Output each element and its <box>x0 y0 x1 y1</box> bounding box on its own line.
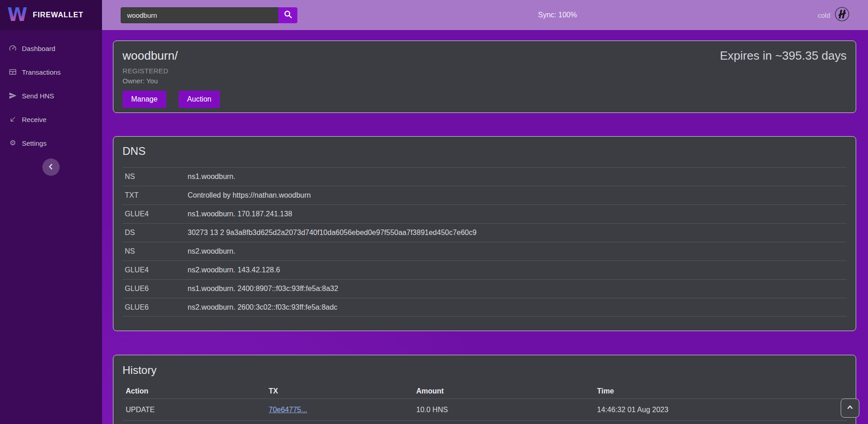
gear-icon: ⚙ <box>9 139 17 147</box>
auction-button[interactable]: Auction <box>179 91 220 108</box>
dns-record-row: TXT Controlled by https://nathan.woodbur… <box>123 186 847 204</box>
sidebar-item-label: Transactions <box>22 68 61 76</box>
dns-record-row: GLUE6 ns1.woodburn. 2400:8907::f03c:93ff… <box>123 279 847 298</box>
dns-record-value: ns2.woodburn. 2600:3c02::f03c:93ff:fe5a:… <box>188 303 847 312</box>
dns-record-value: ns1.woodburn. 2400:8907::f03c:93ff:fe5a:… <box>188 285 847 293</box>
sidebar: W FIREWALLET Dashboard <box>0 0 102 424</box>
history-table: Action TX Amount Time UPDATE 70e64775...… <box>123 384 847 424</box>
wallet-selector[interactable]: cold <box>817 6 850 24</box>
page-content: woodburn/ REGISTERED Owner: You Manage A… <box>102 30 868 424</box>
status-badge: REGISTERED <box>123 67 220 75</box>
sidebar-collapse-button[interactable] <box>42 158 60 176</box>
search-input[interactable] <box>121 7 278 23</box>
dns-record-row: NS ns1.woodburn. <box>123 167 847 186</box>
column-header-amount: Amount <box>413 387 594 395</box>
history-card: History Action TX Amount Time UPDATE 70e… <box>113 355 856 424</box>
sidebar-nav: Dashboard Transactions S <box>0 30 102 161</box>
dns-section-title: DNS <box>123 145 847 158</box>
history-row: UPDATE 70e64775... 10.0 HNS 14:46:32 01 … <box>123 399 847 421</box>
domain-summary-left: woodburn/ REGISTERED Owner: You Manage A… <box>123 49 220 105</box>
main-column: Sync: 100% cold woodburn/ <box>102 0 868 424</box>
page-title: woodburn/ <box>123 49 220 63</box>
history-action: UPDATE <box>123 406 266 414</box>
column-header-action: Action <box>123 387 266 395</box>
scroll-to-top-button[interactable] <box>841 398 859 418</box>
dns-record-type: GLUE4 <box>123 210 188 218</box>
sidebar-item-label: Send HNS <box>22 92 54 100</box>
sidebar-item-label: Settings <box>22 139 46 147</box>
column-header-tx: TX <box>266 387 413 395</box>
domain-summary-card: woodburn/ REGISTERED Owner: You Manage A… <box>113 41 856 113</box>
dns-record-value: ns1.woodburn. 170.187.241.138 <box>188 210 847 218</box>
handshake-logo-icon <box>834 6 850 24</box>
dns-record-row: NS ns2.woodburn. <box>123 242 847 261</box>
brand-name: FIREWALLET <box>33 11 83 19</box>
sidebar-item-send-hns[interactable]: Send HNS <box>0 90 102 101</box>
dns-record-type: GLUE4 <box>123 266 188 274</box>
history-section-title: History <box>123 364 847 377</box>
history-time: 14:46:32 01 Aug 2023 <box>594 406 847 414</box>
receive-arrow-icon <box>9 115 17 123</box>
dns-record-value: 30273 13 2 9a3a8fb3d625d2a2073d740f10da6… <box>188 229 847 237</box>
dns-card: DNS NS ns1.woodburn. TXT Controlled by h… <box>113 136 856 331</box>
history-amount: 10.0 HNS <box>413 406 594 414</box>
dns-record-value: ns2.woodburn. <box>188 247 847 255</box>
owner-label: Owner: You <box>123 77 220 85</box>
dns-record-value: Controlled by https://nathan.woodburn <box>188 191 847 199</box>
history-header-row: Action TX Amount Time <box>123 384 847 399</box>
sidebar-item-receive[interactable]: Receive <box>0 114 102 125</box>
firewallet-logo-icon: W <box>7 5 28 26</box>
expires-label: Expires in ~395.35 days <box>720 49 847 105</box>
sidebar-item-transactions[interactable]: Transactions <box>0 66 102 77</box>
search-button[interactable] <box>278 7 297 23</box>
dns-record-type: NS <box>123 247 188 255</box>
history-row: RENEW d79e3c4... 10.0 HNS 15:47:36 07 Fe… <box>123 421 847 424</box>
svg-text:W: W <box>7 5 27 24</box>
send-icon <box>9 92 17 100</box>
wallet-name: cold <box>817 11 830 19</box>
dns-record-row: DS 30273 13 2 9a3a8fb3d625d2a2073d740f10… <box>123 223 847 242</box>
transactions-table-icon <box>9 68 17 76</box>
dns-record-type: DS <box>123 229 188 237</box>
search-icon <box>284 10 292 20</box>
column-header-time: Time <box>594 387 847 395</box>
chevron-left-icon <box>47 163 55 172</box>
dns-record-type: GLUE6 <box>123 285 188 293</box>
chevron-up-icon <box>847 404 853 412</box>
app-window: W FIREWALLET Dashboard <box>0 0 868 424</box>
sidebar-item-settings[interactable]: ⚙ Settings <box>0 138 102 148</box>
dns-record-row: GLUE4 ns1.woodburn. 170.187.241.138 <box>123 204 847 223</box>
sidebar-item-dashboard[interactable]: Dashboard <box>0 43 102 54</box>
dns-record-value: ns1.woodburn. <box>188 173 847 181</box>
dns-record-value: ns2.woodburn. 143.42.128.6 <box>188 266 847 274</box>
dns-record-type: NS <box>123 173 188 181</box>
topbar: Sync: 100% cold <box>102 0 868 30</box>
dns-record-type: TXT <box>123 191 188 199</box>
domain-actions: Manage Auction <box>123 91 220 108</box>
dns-record-row: GLUE6 ns2.woodburn. 2600:3c02::f03c:93ff… <box>123 298 847 317</box>
sync-status: Sync: 100% <box>538 11 577 19</box>
search-group <box>121 7 297 23</box>
dashboard-icon <box>9 44 17 52</box>
dns-record-type: GLUE6 <box>123 303 188 312</box>
dns-table: NS ns1.woodburn. TXT Controlled by https… <box>123 167 847 317</box>
sidebar-item-label: Receive <box>22 116 46 123</box>
tx-link[interactable]: 70e64775... <box>269 406 307 414</box>
dns-record-row: GLUE4 ns2.woodburn. 143.42.128.6 <box>123 261 847 279</box>
manage-button[interactable]: Manage <box>123 91 166 108</box>
sidebar-item-label: Dashboard <box>22 45 55 52</box>
brand-header: W FIREWALLET <box>0 0 102 30</box>
